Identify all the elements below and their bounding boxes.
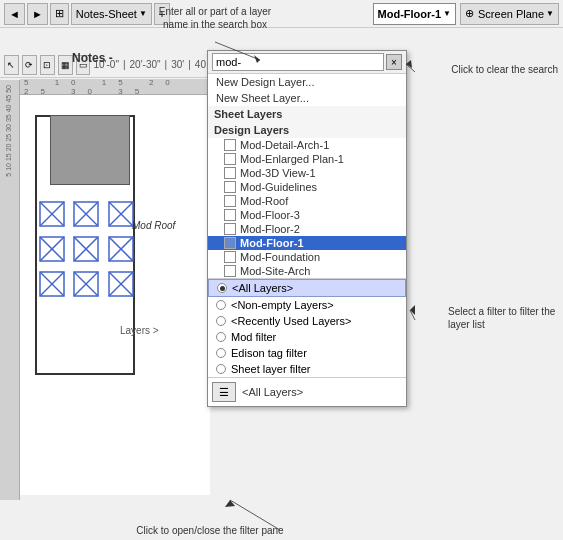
dropdown-arrow-icon: ▼ [139,9,147,18]
layer-item-mod-3d[interactable]: Mod-3D View-1 [208,166,406,180]
x-marker-2 [72,200,100,228]
x-marker-5 [72,235,100,263]
layer-selector-dropdown[interactable]: Mod-Floor-1 ▼ [373,3,456,25]
left-ruler: 5 10 15 20 25 30 35 40 45 50 [0,80,20,500]
notes-label: Notes - [72,51,113,65]
layer-item-mod-enlarged[interactable]: Mod-Enlarged Plan-1 [208,152,406,166]
filter-edison-tag[interactable]: Edison tag filter [208,345,406,361]
layer-icon [224,251,236,263]
radio-mod[interactable] [216,332,226,342]
layers-text: Layers > [120,325,159,336]
x-marker-8 [72,270,100,298]
roof-area [50,115,130,185]
filter-recently-used[interactable]: <Recently Used Layers> [208,313,406,329]
filter-bottom-bar: ☰ <All Layers> [208,377,406,406]
layer-icon [224,153,236,165]
layer-icon [224,265,236,277]
mod-roof-annotation: Mod Roof [132,220,175,231]
filter-icon: ☰ [219,386,229,399]
new-design-layer-item[interactable]: New Design Layer... [208,74,406,90]
layer-item-mod-floor1[interactable]: Mod-Floor-1 [208,236,406,250]
svg-line-31 [410,310,415,320]
dropdown-header: × [208,51,406,74]
layer-item-mod-roof[interactable]: Mod-Roof [208,194,406,208]
layer-item-mod-guidelines[interactable]: Mod-Guidelines [208,180,406,194]
view-icon-button[interactable]: ⊞ [50,3,69,25]
grid-tool[interactable]: ▦ [58,55,73,75]
layer-item-mod-site[interactable]: Mod-Site-Arch [208,264,406,278]
radio-sheet-layer[interactable] [216,364,226,374]
layer-icon [224,167,236,179]
filter-sheet-layer[interactable]: Sheet layer filter [208,361,406,377]
new-sheet-layer-item[interactable]: New Sheet Layer... [208,90,406,106]
group-tool[interactable]: ⊡ [40,55,55,75]
nav-back-button[interactable]: ◄ [4,3,25,25]
x-marker-9 [107,270,135,298]
x-marker-3 [107,200,135,228]
layer-search-input[interactable] [212,53,384,71]
clear-search-tip: Click to clear the search [451,64,558,75]
layer-icon [224,195,236,207]
svg-marker-32 [410,305,415,315]
layer-item-mod-floor2[interactable]: Mod-Floor-2 [208,222,406,236]
layer-icon [224,223,236,235]
x-marker-6 [107,235,135,263]
radio-edison-tag[interactable] [216,348,226,358]
layer-dropdown-arrow: ▼ [443,9,451,18]
filter-pane: <All Layers> <Non-empty Layers> <Recentl… [208,278,406,406]
svg-marker-34 [225,500,235,507]
layer-dropdown-panel: × New Design Layer... New Sheet Layer...… [207,50,407,407]
nav-forward-button[interactable]: ► [27,3,48,25]
open-close-tip: Click to open/close the filter pane [0,525,420,536]
x-marker-7 [38,270,66,298]
screen-plane-arrow: ▼ [546,9,554,18]
svg-line-29 [406,64,415,72]
filter-non-empty[interactable]: <Non-empty Layers> [208,297,406,313]
notes-sheet-dropdown[interactable]: Notes-Sheet ▼ [71,3,152,25]
filter-tip: Select a filter to filter the layer list [448,305,558,331]
x-marker-1 [38,200,66,228]
radio-recently-used[interactable] [216,316,226,326]
rotate-tool[interactable]: ⟳ [22,55,37,75]
filter-toggle-button[interactable]: ☰ [212,382,236,402]
design-layers-header: Design Layers [208,122,406,138]
top-toolbar: ◄ ► ⊞ Notes-Sheet ▼ + Mod-Floor-1 ▼ ⊕ Sc… [0,0,563,28]
canvas-area: Mod Roof Layers > [20,95,210,495]
pointer-tool[interactable]: ↖ [4,55,19,75]
layer-icon [224,181,236,193]
layer-icon [224,139,236,151]
radio-all-layers[interactable] [217,283,227,293]
layer-item-mod-floor3[interactable]: Mod-Floor-3 [208,208,406,222]
view-icon: ⊞ [55,7,64,20]
sheet-layers-header: Sheet Layers [208,106,406,122]
screen-plane-icon: ⊕ [465,7,474,20]
layer-item-mod-detail[interactable]: Mod-Detail-Arch-1 [208,138,406,152]
x-marker-4 [38,235,66,263]
top-ruler: 5 10 15 20 25 30 35 [20,79,210,95]
screen-plane-button[interactable]: ⊕ Screen Plane ▼ [460,3,559,25]
layer-item-mod-foundation[interactable]: Mod-Foundation [208,250,406,264]
filter-all-layers[interactable]: <All Layers> [208,279,406,297]
search-tip-text: Enter all or part of a layer name in the… [155,5,275,31]
layer-icon [224,209,236,221]
radio-non-empty[interactable] [216,300,226,310]
filter-mod[interactable]: Mod filter [208,329,406,345]
clear-search-button[interactable]: × [386,54,402,70]
layer-icon [224,237,236,249]
